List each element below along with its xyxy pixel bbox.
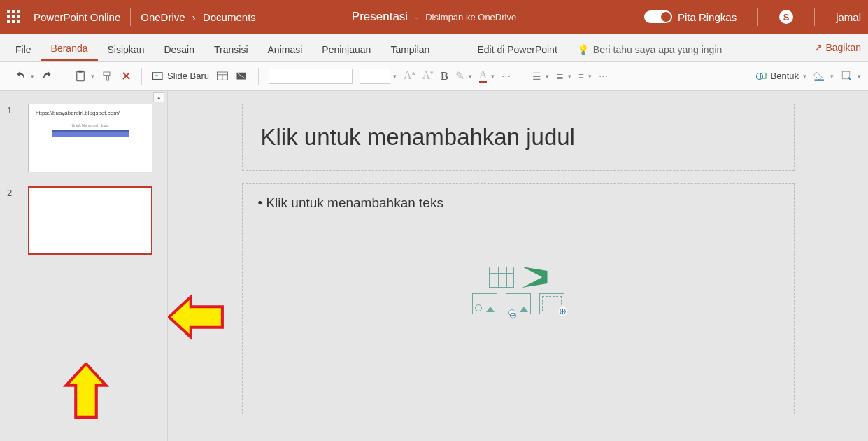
save-status: Disimpan ke OneDrive [425, 12, 516, 22]
ribbon-tab-bar: File Beranda Sisipkan Desain Transisi An… [0, 34, 868, 62]
edit-in-powerpoint[interactable]: Edit di PowerPoint [467, 37, 567, 61]
content-placeholder-icons [258, 267, 778, 314]
bullets-button[interactable]: ☰▾ [532, 68, 549, 85]
slide-thumbnail-2[interactable]: 2 [0, 186, 167, 255]
slide-number: 1 [7, 105, 12, 115]
title-placeholder[interactable]: Klik untuk menambahkan judul [242, 104, 795, 171]
insert-table-icon[interactable] [489, 267, 514, 288]
tab-animations[interactable]: Animasi [258, 37, 313, 61]
paste-button[interactable]: ▾ [74, 68, 94, 85]
ribbon: ▾ ▾ ✕ + Slide Baru ▾ [0, 62, 868, 91]
tab-home[interactable]: Beranda [41, 36, 98, 61]
insert-picture-icon[interactable] [472, 293, 497, 314]
title-bar: PowerPoint Online OneDrive › Documents P… [0, 0, 868, 34]
dash: - [415, 11, 418, 23]
separator [130, 8, 131, 26]
simplified-ribbon-label: Pita Ringkas [678, 11, 737, 23]
tab-view[interactable]: Tampilan [380, 37, 439, 61]
breadcrumb-root[interactable]: OneDrive [141, 11, 185, 23]
slide-number: 2 [7, 188, 12, 198]
annotation-arrow-left [168, 294, 225, 340]
thumb-title-text: https://buayaberdiri.blogspot.com/ [36, 110, 145, 116]
font-family-select[interactable] [269, 69, 353, 84]
workspace: ▴ 1 https://buayaberdiri.blogspot.com/ U… [0, 91, 868, 441]
user-name[interactable]: jamal [836, 11, 861, 23]
decrease-font-button[interactable]: A▾ [422, 69, 434, 82]
tell-me-placeholder: Beri tahu saya apa yang ingin [593, 44, 722, 55]
layout-button[interactable] [216, 68, 229, 85]
tab-insert[interactable]: Sisipkan [98, 37, 155, 61]
reset-button[interactable] [236, 68, 248, 85]
slide-canvas-area[interactable]: Klik untuk menambahkan judul Klik untuk … [168, 91, 868, 441]
breadcrumb-folder[interactable]: Documents [203, 11, 256, 23]
slide-thumbnail-panel: ▴ 1 https://buayaberdiri.blogspot.com/ U… [0, 91, 168, 441]
body-placeholder[interactable]: Klik untuk menambahkan teks [242, 183, 795, 414]
shape-fill-button[interactable]: ▾ [813, 68, 834, 85]
app-name: PowerPoint Online [34, 11, 120, 23]
tab-transitions[interactable]: Transisi [204, 37, 258, 61]
numbering-button[interactable]: ≣▾ [556, 68, 571, 85]
format-painter-button[interactable] [101, 68, 114, 85]
chevron-down-icon: ▾ [393, 73, 397, 80]
skype-icon[interactable]: S [779, 10, 793, 24]
tab-review[interactable]: Peninjauan [312, 37, 380, 61]
lightbulb-icon: 💡 [577, 44, 589, 55]
simplified-ribbon-toggle[interactable] [644, 10, 672, 23]
shapes-button[interactable]: Bentuk ▾ [755, 68, 806, 85]
separator [814, 8, 815, 26]
chevron-down-icon: ▾ [91, 73, 94, 80]
svg-rect-10 [815, 79, 825, 80]
new-slide-label: Slide Baru [167, 71, 209, 81]
share-icon: ↗ [814, 42, 823, 53]
redo-button[interactable] [41, 68, 54, 85]
highlight-button[interactable]: ✎▾ [455, 68, 472, 85]
bold-button[interactable]: B [441, 70, 448, 83]
scroll-up-button[interactable]: ▴ [153, 92, 164, 102]
new-slide-button[interactable]: + Slide Baru [152, 68, 209, 85]
font-size-select[interactable] [360, 69, 390, 84]
delete-button[interactable]: ✕ [121, 68, 131, 85]
align-button[interactable]: ≡▾ [578, 68, 592, 85]
shape-outline-button[interactable]: ▾ [841, 68, 861, 85]
thumb-decoration-bar [52, 130, 129, 136]
body-placeholder-text: Klik untuk menambahkan teks [258, 195, 778, 211]
app-launcher-icon[interactable] [7, 10, 21, 24]
slide-thumbnail-1[interactable]: 1 https://buayaberdiri.blogspot.com/ Unt… [0, 104, 167, 172]
breadcrumb[interactable]: OneDrive › Documents [141, 11, 256, 23]
tab-design[interactable]: Desain [154, 37, 204, 61]
tab-file[interactable]: File [6, 37, 41, 61]
svg-rect-0 [77, 71, 85, 81]
separator [757, 8, 758, 26]
thumb-subtitle-text: Untuk Menambah Judul [36, 123, 145, 127]
svg-rect-1 [78, 70, 83, 72]
font-color-button[interactable]: A▾ [479, 68, 495, 85]
increase-font-button[interactable]: A▴ [404, 69, 415, 82]
share-button[interactable]: ↗ Bagikan [814, 34, 861, 61]
insert-online-picture-icon[interactable] [506, 293, 531, 314]
paragraph-more-button[interactable]: ⋯ [599, 68, 609, 85]
document-title[interactable]: Presentasi [352, 10, 408, 24]
annotation-arrow-up [63, 363, 109, 420]
current-slide[interactable]: Klik untuk menambahkan judul Klik untuk … [242, 104, 795, 414]
font-more-button[interactable]: ⋯ [501, 68, 512, 85]
shapes-label: Bentuk [771, 71, 799, 81]
tell-me-search[interactable]: 💡 Beri tahu saya apa yang ingin [567, 37, 732, 61]
chevron-down-icon: ▾ [31, 73, 34, 80]
svg-text:+: + [155, 72, 159, 79]
insert-video-icon[interactable] [539, 293, 564, 314]
chevron-right-icon: › [192, 11, 196, 23]
share-label: Bagikan [825, 42, 861, 53]
chevron-down-icon: ▾ [803, 73, 806, 80]
undo-button[interactable]: ▾ [14, 68, 34, 85]
insert-excel-icon[interactable] [522, 267, 548, 288]
